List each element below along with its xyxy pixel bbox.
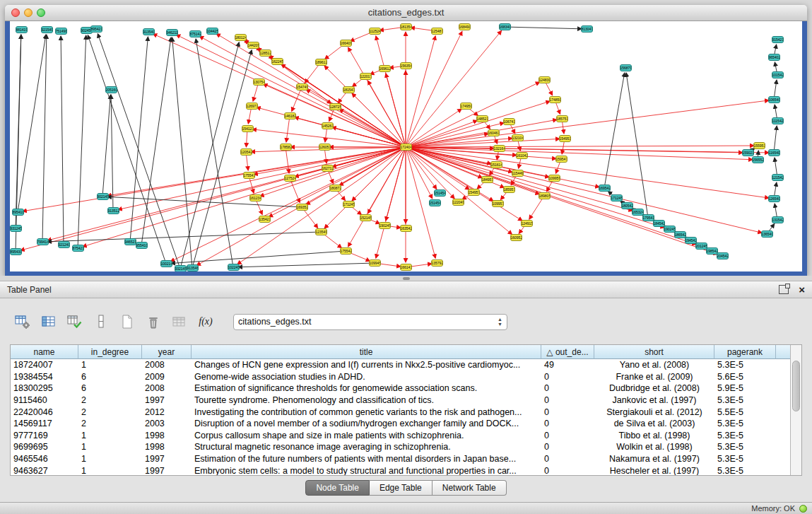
graph-node[interactable]: 12054219 bbox=[240, 148, 252, 156]
graph-node[interactable]: 19024517 bbox=[379, 222, 391, 229]
graph-node[interactable]: 18154726 bbox=[343, 86, 355, 93]
table-row[interactable]: 946554611997Estimation of the future num… bbox=[11, 453, 790, 465]
graph-node[interactable]: 15687944 bbox=[620, 64, 632, 71]
graph-node[interactable]: 1724046 bbox=[400, 144, 412, 151]
graph-node[interactable]: 15145414 bbox=[434, 189, 446, 197]
graph-node[interactable]: 8754213 bbox=[72, 245, 84, 252]
graph-node[interactable]: 15902143 bbox=[742, 149, 754, 156]
graph-node[interactable]: 8954302 bbox=[10, 248, 22, 255]
graph-node[interactable]: 15635423 bbox=[400, 62, 412, 69]
graph-node[interactable]: 11154213 bbox=[772, 117, 784, 124]
graph-node[interactable]: 15595312 bbox=[753, 142, 765, 149]
graph-node[interactable]: 15495123 bbox=[559, 135, 571, 142]
graph-node[interactable]: 15214563 bbox=[360, 214, 372, 221]
close-panel-icon[interactable]: × bbox=[799, 284, 805, 295]
graph-node[interactable]: 18135424 bbox=[400, 23, 412, 30]
graph-node[interactable]: 9021454 bbox=[97, 193, 109, 200]
graph-node[interactable]: 14852103 bbox=[476, 115, 488, 122]
graph-node[interactable]: 9312453 bbox=[10, 225, 22, 232]
graph-node[interactable]: 17858213 bbox=[280, 144, 292, 151]
graph-node[interactable]: 9654023 bbox=[768, 54, 780, 61]
graph-node[interactable]: 8954107 bbox=[12, 209, 24, 216]
graph-node[interactable]: 8751423 bbox=[189, 30, 201, 37]
graph-node[interactable]: 17124509 bbox=[611, 194, 623, 201]
graph-node[interactable]: 10994514 bbox=[369, 259, 381, 267]
graph-node[interactable]: 12752418 bbox=[284, 175, 296, 182]
graph-node[interactable]: 16271243 bbox=[322, 165, 334, 172]
graph-node[interactable]: 18495729 bbox=[481, 176, 493, 183]
graph-node[interactable]: 15954780 bbox=[555, 156, 567, 163]
graph-node[interactable]: 17954102 bbox=[642, 214, 654, 221]
network-canvas[interactable]: 1724046156354231696124312201721181547261… bbox=[10, 21, 802, 271]
table-row[interactable]: 977716911998Corpus callosum shape and si… bbox=[11, 430, 790, 442]
graph-node[interactable]: 17554213 bbox=[340, 247, 352, 255]
graph-node[interactable]: 9135124 bbox=[107, 207, 119, 214]
graph-node[interactable]: 15495734 bbox=[468, 189, 480, 196]
graph-node[interactable]: 16532418 bbox=[632, 209, 644, 216]
graph-node[interactable]: 16354212 bbox=[400, 225, 412, 232]
column-header[interactable]: short bbox=[594, 345, 714, 359]
graph-node[interactable]: 13210456 bbox=[512, 134, 524, 141]
graph-node[interactable]: 12851217 bbox=[259, 49, 271, 57]
graph-node[interactable]: 12491510 bbox=[521, 220, 533, 227]
graph-node[interactable]: 9135401 bbox=[143, 28, 155, 35]
graph-node[interactable]: 12697154 bbox=[246, 103, 258, 110]
graph-node[interactable]: 16640910 bbox=[340, 40, 352, 47]
graph-node[interactable]: 14420941 bbox=[247, 42, 259, 49]
graph-node[interactable]: 17495081 bbox=[460, 103, 472, 110]
graph-node[interactable]: 18012413 bbox=[235, 34, 247, 41]
graph-node[interactable]: 18087214 bbox=[329, 185, 341, 192]
graph-node[interactable]: 15161427 bbox=[490, 161, 502, 168]
graph-node[interactable]: 16104217 bbox=[516, 152, 528, 159]
graph-node[interactable]: 16095213 bbox=[510, 234, 522, 241]
table-row[interactable]: 1456911722003Disruption of a novel membe… bbox=[11, 418, 790, 430]
graph-node[interactable]: 12483013 bbox=[539, 76, 551, 83]
graph-node[interactable]: 16834059 bbox=[499, 23, 511, 30]
graph-node[interactable]: 10654023 bbox=[768, 96, 780, 103]
float-panel-icon[interactable] bbox=[779, 285, 789, 294]
graph-node[interactable]: 9321450 bbox=[175, 265, 187, 271]
tab-network-table[interactable]: Network Table bbox=[433, 480, 507, 496]
graph-node[interactable]: 12872512 bbox=[329, 103, 341, 110]
graph-node[interactable]: 14526147 bbox=[322, 122, 334, 129]
graph-node[interactable]: 7514989 bbox=[55, 28, 67, 35]
column-header[interactable]: in_degree bbox=[78, 345, 142, 359]
graph-node[interactable]: 13579245 bbox=[431, 259, 443, 267]
column-header[interactable]: year bbox=[142, 345, 192, 359]
table-settings-icon[interactable] bbox=[13, 312, 33, 332]
table-row[interactable]: 1938455462009Genome-wide association stu… bbox=[11, 371, 790, 383]
graph-node[interactable]: 10224513 bbox=[228, 264, 240, 271]
graph-node[interactable]: 9465213 bbox=[124, 238, 136, 245]
column-header[interactable]: title bbox=[192, 345, 541, 359]
graph-node[interactable]: 20124502 bbox=[695, 243, 707, 250]
graph-node[interactable]: 14618212 bbox=[284, 112, 296, 119]
show-columns-icon[interactable] bbox=[39, 312, 59, 332]
graph-node[interactable]: 8814199 bbox=[16, 26, 28, 33]
graph-node[interactable]: 15145468 bbox=[429, 199, 441, 206]
delete-column-icon[interactable] bbox=[143, 312, 163, 332]
graph-node[interactable]: 9462113 bbox=[166, 29, 178, 36]
table-row[interactable]: 946362711997Embryonic stem cells: a mode… bbox=[11, 465, 790, 475]
graph-node[interactable]: 18454213 bbox=[653, 220, 665, 227]
graph-node[interactable]: 16935212 bbox=[296, 204, 308, 211]
graph-node[interactable]: 18654211 bbox=[674, 231, 686, 238]
graph-node[interactable]: 9215498 bbox=[41, 26, 53, 33]
row-height-icon[interactable] bbox=[91, 312, 111, 332]
graph-node[interactable]: 15412342 bbox=[242, 125, 254, 132]
graph-node[interactable]: 8954213 bbox=[90, 25, 102, 33]
graph-node[interactable]: 19854213 bbox=[706, 247, 718, 255]
tab-edge-table[interactable]: Edge Table bbox=[370, 480, 433, 496]
column-header[interactable]: name bbox=[11, 345, 78, 359]
graph-node[interactable]: 17124528 bbox=[343, 201, 355, 208]
graph-node[interactable]: 17554126 bbox=[243, 172, 255, 179]
graph-node[interactable]: 16614312 bbox=[400, 264, 412, 271]
divider-grip-icon[interactable] bbox=[403, 277, 410, 280]
table-scrollbar[interactable] bbox=[790, 345, 801, 475]
graph-node[interactable]: 16224518 bbox=[271, 58, 283, 65]
network-window-titlebar[interactable]: citations_edges.txt bbox=[5, 5, 807, 21]
graph-node[interactable]: 10021453 bbox=[160, 260, 172, 267]
graph-node[interactable]: 13542167 bbox=[259, 216, 271, 223]
graph-node[interactable]: 18980513 bbox=[539, 192, 551, 199]
graph-node[interactable]: 16046127 bbox=[488, 129, 500, 136]
graph-node[interactable]: 12605112 bbox=[319, 144, 331, 151]
